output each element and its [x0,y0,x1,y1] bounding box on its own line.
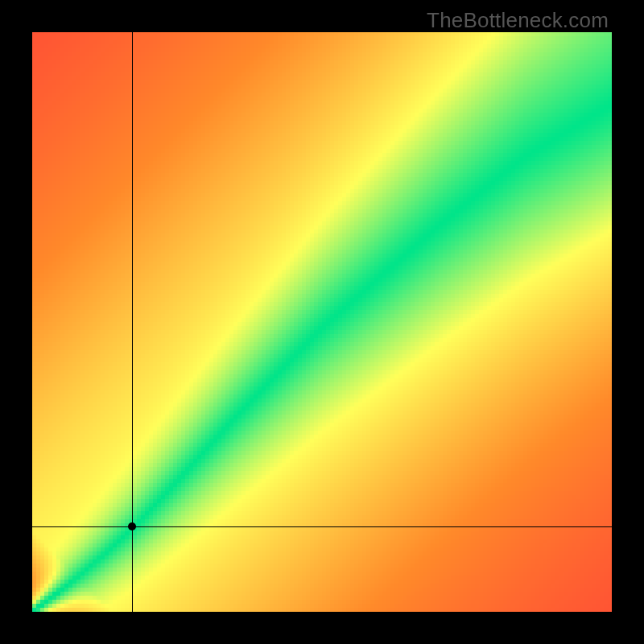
heatmap-canvas [32,32,612,612]
crosshair-marker [128,522,136,530]
crosshair-horizontal [32,526,612,527]
watermark: TheBottleneck.com [427,8,609,33]
chart-frame: TheBottleneck.com [0,0,644,644]
